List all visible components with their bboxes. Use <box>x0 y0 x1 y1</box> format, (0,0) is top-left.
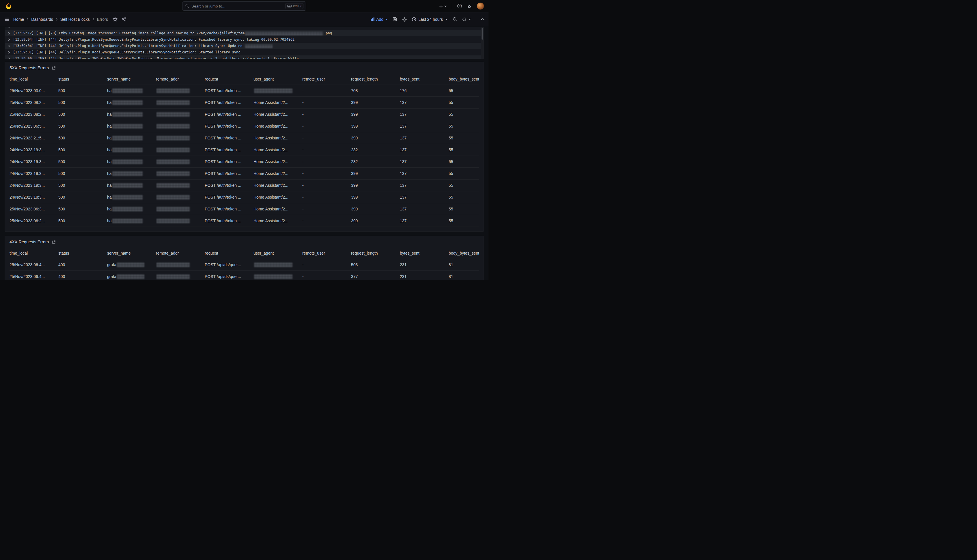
column-header-bytes_sent[interactable]: bytes_sent <box>400 73 448 85</box>
zoom-out-button[interactable] <box>452 17 457 22</box>
table-header-row: time_localstatusserver_nameremote_addrre… <box>10 248 479 259</box>
column-header-status[interactable]: status <box>58 248 107 259</box>
column-header-server_name[interactable]: server_name <box>107 73 156 85</box>
column-header-request[interactable]: request <box>205 73 253 85</box>
search-input[interactable]: Search or jump to... ctrl+k <box>182 2 306 11</box>
panel-title[interactable]: 4XX Requests Errors <box>10 240 49 244</box>
cell-time_local: 24/Nov/2023:19:3... <box>10 156 58 168</box>
share-button[interactable] <box>122 17 127 22</box>
log-scrollbar-track[interactable] <box>481 27 483 58</box>
column-header-request_length[interactable]: request_length <box>351 73 400 85</box>
refresh-interval-button[interactable] <box>468 18 471 21</box>
menu-button[interactable] <box>4 17 10 22</box>
column-header-body_bytes_sent[interactable]: body_bytes_sent <box>448 73 479 85</box>
redacted-value <box>112 219 143 223</box>
column-header-remote_addr[interactable]: remote_addr <box>156 248 205 259</box>
panel-title[interactable]: 5XX Requests Errors <box>10 65 49 70</box>
log-row[interactable]: [13:59:04] [INF] [44] Jellyfin.Plugin.Ko… <box>5 37 483 43</box>
collapse-button[interactable] <box>480 17 484 22</box>
chevron-right-icon[interactable] <box>8 32 10 35</box>
cell-time_local: 24/Nov/2023:19:3... <box>10 144 58 156</box>
table-row: 25/Nov/2023:06:4...400grafaPOST /api/ds/… <box>10 259 479 271</box>
breadcrumb-self-host-blocks[interactable]: Self Host Blocks <box>60 17 90 22</box>
cell-time_local: 25/Nov/2023:06:2... <box>10 215 58 227</box>
column-header-user_agent[interactable]: user_agent <box>253 73 302 85</box>
table-row: 25/Nov/2023:06:3...500haPOST /auth/token… <box>10 203 479 215</box>
save-dashboard-button[interactable] <box>392 17 397 22</box>
caret-down-icon <box>468 18 471 21</box>
breadcrumb-errors: Errors <box>97 17 108 22</box>
add-panel-button[interactable]: Add <box>370 17 388 22</box>
cell-remote_addr <box>156 97 205 108</box>
chevron-right-icon[interactable] <box>8 45 10 47</box>
chevron-right-icon[interactable] <box>8 51 10 54</box>
user-avatar[interactable] <box>477 3 484 10</box>
search-placeholder: Search or jump to... <box>192 4 225 8</box>
column-header-request_length[interactable]: request_length <box>351 248 400 259</box>
cell-request_length: 399 <box>351 192 400 203</box>
breadcrumb-home[interactable]: Home <box>13 17 24 22</box>
column-header-time_local[interactable]: time_local <box>10 73 58 85</box>
log-line-text: [13:59:04] [INF] [44] Jellyfin.Plugin.Ko… <box>13 44 273 48</box>
share-icon <box>122 17 127 22</box>
favorite-button[interactable] <box>113 17 117 22</box>
time-range-picker[interactable]: Last 24 hours <box>412 17 448 22</box>
column-header-status[interactable]: status <box>58 73 107 85</box>
redacted-value <box>112 148 143 152</box>
log-row[interactable] <box>5 27 483 30</box>
column-header-remote_user[interactable]: remote_user <box>302 248 351 259</box>
cell-bytes_sent: 137 <box>400 108 448 120</box>
chevron-right-icon[interactable] <box>8 57 10 59</box>
cell-request_length: 377 <box>351 271 400 280</box>
table-row: 25/Nov/2023:06:4...400grafaPOST /api/ds/… <box>10 271 479 280</box>
cell-user_agent: Home Assistant/2... <box>253 203 302 215</box>
column-header-server_name[interactable]: server_name <box>107 248 156 259</box>
column-header-bytes_sent[interactable]: bytes_sent <box>400 248 448 259</box>
external-link-icon[interactable] <box>52 66 56 70</box>
column-header-time_local[interactable]: time_local <box>10 248 58 259</box>
column-header-request[interactable]: request <box>205 248 253 259</box>
help-button[interactable]: ? <box>457 3 462 9</box>
column-header-remote_addr[interactable]: remote_addr <box>156 73 205 85</box>
column-header-body_bytes_sent[interactable]: body_bytes_sent <box>448 248 479 259</box>
log-row[interactable]: [13:59:00] [INF] [44] Jellyfin.Plugin.TM… <box>5 55 483 59</box>
cell-bytes_sent: 231 <box>400 259 448 271</box>
log-scrollbar-thumb[interactable] <box>482 28 483 40</box>
cell-remote_user: - <box>302 192 351 203</box>
log-line-text: [13:59:12] [INF] [70] Emby.Drawing.Image… <box>13 31 332 35</box>
log-row[interactable]: [13:59:01] [INF] [44] Jellyfin.Plugin.Ko… <box>5 49 483 55</box>
cell-status: 500 <box>58 120 107 132</box>
refresh-button[interactable] <box>462 17 467 22</box>
new-button[interactable] <box>439 4 447 8</box>
column-header-user_agent[interactable]: user_agent <box>253 248 302 259</box>
chevron-right-icon[interactable] <box>8 38 10 41</box>
cell-request: POST /auth/token ... <box>205 192 253 203</box>
log-row[interactable]: [13:59:04] [INF] [44] Jellyfin.Plugin.Ko… <box>5 43 483 49</box>
cell-server_name: grafa <box>107 271 156 280</box>
redacted-value <box>245 45 273 48</box>
cell-request: POST /auth/token ... <box>205 132 253 144</box>
cell-time_local: 24/Nov/2023:19:3... <box>10 168 58 180</box>
cell-remote_addr <box>156 144 205 156</box>
log-row[interactable]: [13:59:12] [INF] [70] Emby.Drawing.Image… <box>5 30 483 37</box>
column-header-remote_user[interactable]: remote_user <box>302 73 351 85</box>
cell-time_local: 25/Nov/2023:06:3... <box>10 203 58 215</box>
grafana-logo[interactable] <box>5 2 12 10</box>
breadcrumb-dashboards[interactable]: Dashboards <box>31 17 53 22</box>
log-line-text: [13:59:01] [INF] [44] Jellyfin.Plugin.Ko… <box>13 50 240 54</box>
cell-status: 500 <box>58 85 107 97</box>
cell-remote_addr <box>156 271 205 280</box>
cell-request_length: 399 <box>351 203 400 215</box>
dashboard-settings-button[interactable] <box>402 17 407 22</box>
cell-bytes_sent: 137 <box>400 203 448 215</box>
external-link-icon[interactable] <box>52 240 56 244</box>
dashboard-canvas: [13:59:12] [INF] [70] Emby.Drawing.Image… <box>0 26 488 280</box>
chevron-right-icon[interactable] <box>8 27 10 28</box>
redacted-value <box>245 32 323 35</box>
svg-text:?: ? <box>459 4 460 8</box>
redacted-value <box>157 275 190 279</box>
table-row: 25/Nov/2023:08:2...500haPOST /auth/token… <box>10 97 479 108</box>
graph-icon <box>370 17 375 22</box>
news-button[interactable] <box>467 4 472 9</box>
cell-request: POST /auth/token ... <box>205 168 253 180</box>
